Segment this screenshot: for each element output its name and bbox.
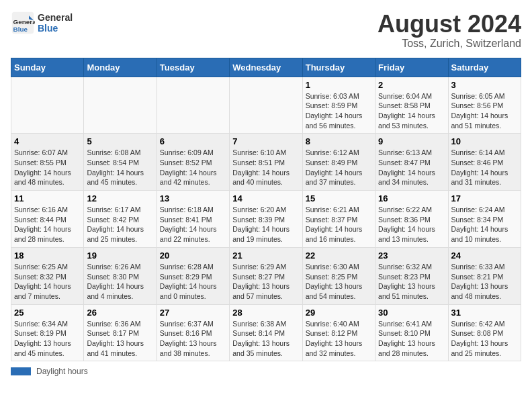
column-header-saturday: Saturday (448, 58, 521, 77)
day-info: Sunrise: 6:22 AM Sunset: 8:36 PM Dayligh… (378, 205, 445, 244)
day-number: 19 (87, 250, 153, 261)
calendar-cell: 24Sunrise: 6:33 AM Sunset: 8:21 PM Dayli… (448, 247, 521, 304)
title-block: August 2024 Toss, Zurich, Switzerland (378, 11, 521, 50)
day-info: Sunrise: 6:33 AM Sunset: 8:21 PM Dayligh… (451, 262, 518, 302)
calendar-cell: 28Sunrise: 6:38 AM Sunset: 8:14 PM Dayli… (230, 304, 302, 361)
calendar-cell: 21Sunrise: 6:29 AM Sunset: 8:27 PM Dayli… (230, 247, 302, 304)
day-info: Sunrise: 6:16 AM Sunset: 8:44 PM Dayligh… (14, 205, 81, 244)
calendar-cell: 10Sunrise: 6:14 AM Sunset: 8:46 PM Dayli… (448, 134, 521, 191)
day-number: 8 (306, 136, 372, 146)
day-info: Sunrise: 6:10 AM Sunset: 8:51 PM Dayligh… (232, 148, 299, 187)
calendar-cell: 8Sunrise: 6:12 AM Sunset: 8:49 PM Daylig… (302, 134, 375, 191)
day-info: Sunrise: 6:21 AM Sunset: 8:37 PM Dayligh… (306, 205, 372, 244)
day-info: Sunrise: 6:13 AM Sunset: 8:47 PM Dayligh… (378, 148, 445, 187)
day-info: Sunrise: 6:41 AM Sunset: 8:10 PM Dayligh… (378, 319, 445, 359)
legend-label: Daylight hours (36, 367, 88, 376)
calendar-table: SundayMondayTuesdayWednesdayThursdayFrid… (11, 58, 521, 362)
day-info: Sunrise: 6:30 AM Sunset: 8:25 PM Dayligh… (306, 262, 372, 302)
day-number: 24 (451, 250, 518, 261)
day-info: Sunrise: 6:20 AM Sunset: 8:39 PM Dayligh… (232, 205, 299, 244)
page-header: General Blue General Blue August 2024 To… (11, 11, 521, 50)
column-header-tuesday: Tuesday (157, 58, 229, 77)
day-number: 28 (232, 308, 299, 318)
calendar-cell (230, 77, 302, 134)
day-number: 7 (232, 136, 299, 146)
calendar-cell: 31Sunrise: 6:42 AM Sunset: 8:08 PM Dayli… (448, 304, 521, 361)
day-info: Sunrise: 6:34 AM Sunset: 8:19 PM Dayligh… (14, 319, 81, 359)
day-number: 18 (14, 250, 81, 261)
day-info: Sunrise: 6:42 AM Sunset: 8:08 PM Dayligh… (451, 319, 518, 359)
calendar-cell: 30Sunrise: 6:41 AM Sunset: 8:10 PM Dayli… (375, 304, 448, 361)
day-number: 21 (232, 250, 299, 261)
logo-general: General (38, 12, 73, 23)
day-number: 23 (378, 250, 445, 261)
day-number: 22 (306, 250, 372, 261)
day-info: Sunrise: 6:24 AM Sunset: 8:34 PM Dayligh… (451, 205, 518, 244)
day-info: Sunrise: 6:17 AM Sunset: 8:42 PM Dayligh… (87, 205, 153, 244)
day-info: Sunrise: 6:25 AM Sunset: 8:32 PM Dayligh… (14, 262, 81, 302)
day-number: 11 (14, 193, 81, 203)
calendar-cell: 1Sunrise: 6:03 AM Sunset: 8:59 PM Daylig… (302, 77, 375, 134)
day-number: 10 (451, 136, 518, 146)
legend-box (11, 367, 31, 375)
calendar-cell: 5Sunrise: 6:08 AM Sunset: 8:54 PM Daylig… (84, 134, 157, 191)
day-info: Sunrise: 6:05 AM Sunset: 8:56 PM Dayligh… (451, 91, 518, 131)
calendar-week-2: 4Sunrise: 6:07 AM Sunset: 8:55 PM Daylig… (11, 134, 521, 191)
column-header-sunday: Sunday (11, 58, 84, 77)
column-header-monday: Monday (84, 58, 157, 77)
day-info: Sunrise: 6:37 AM Sunset: 8:16 PM Dayligh… (160, 319, 226, 359)
calendar-cell: 25Sunrise: 6:34 AM Sunset: 8:19 PM Dayli… (11, 304, 84, 361)
calendar-cell: 13Sunrise: 6:18 AM Sunset: 8:41 PM Dayli… (157, 191, 229, 248)
day-info: Sunrise: 6:07 AM Sunset: 8:55 PM Dayligh… (14, 148, 81, 187)
day-number: 25 (14, 308, 81, 318)
logo: General Blue General Blue (11, 11, 73, 35)
calendar-week-3: 11Sunrise: 6:16 AM Sunset: 8:44 PM Dayli… (11, 191, 521, 248)
day-number: 4 (14, 136, 81, 146)
day-number: 12 (87, 193, 153, 203)
logo-icon: General Blue (11, 11, 35, 35)
day-number: 17 (451, 193, 518, 203)
day-info: Sunrise: 6:32 AM Sunset: 8:23 PM Dayligh… (378, 262, 445, 302)
calendar-cell: 6Sunrise: 6:09 AM Sunset: 8:52 PM Daylig… (157, 134, 229, 191)
calendar-cell: 12Sunrise: 6:17 AM Sunset: 8:42 PM Dayli… (84, 191, 157, 248)
day-number: 2 (378, 80, 445, 90)
day-number: 13 (160, 193, 226, 203)
calendar-cell: 29Sunrise: 6:40 AM Sunset: 8:12 PM Dayli… (302, 304, 375, 361)
sub-title: Toss, Zurich, Switzerland (378, 38, 521, 50)
day-info: Sunrise: 6:12 AM Sunset: 8:49 PM Dayligh… (306, 148, 372, 187)
calendar-cell: 4Sunrise: 6:07 AM Sunset: 8:55 PM Daylig… (11, 134, 84, 191)
main-title: August 2024 (378, 11, 521, 38)
day-number: 15 (306, 193, 372, 203)
calendar-cell: 7Sunrise: 6:10 AM Sunset: 8:51 PM Daylig… (230, 134, 302, 191)
calendar-cell: 22Sunrise: 6:30 AM Sunset: 8:25 PM Dayli… (302, 247, 375, 304)
day-number: 9 (378, 136, 445, 146)
calendar-cell: 18Sunrise: 6:25 AM Sunset: 8:32 PM Dayli… (11, 247, 84, 304)
day-number: 31 (451, 308, 518, 318)
day-number: 26 (87, 308, 153, 318)
calendar-cell: 16Sunrise: 6:22 AM Sunset: 8:36 PM Dayli… (375, 191, 448, 248)
calendar-cell: 3Sunrise: 6:05 AM Sunset: 8:56 PM Daylig… (448, 77, 521, 134)
day-info: Sunrise: 6:09 AM Sunset: 8:52 PM Dayligh… (160, 148, 226, 187)
day-info: Sunrise: 6:26 AM Sunset: 8:30 PM Dayligh… (87, 262, 153, 302)
calendar-week-5: 25Sunrise: 6:34 AM Sunset: 8:19 PM Dayli… (11, 304, 521, 361)
day-number: 3 (451, 80, 518, 90)
calendar-cell: 27Sunrise: 6:37 AM Sunset: 8:16 PM Dayli… (157, 304, 229, 361)
calendar-cell: 2Sunrise: 6:04 AM Sunset: 8:58 PM Daylig… (375, 77, 448, 134)
svg-text:Blue: Blue (13, 26, 28, 33)
column-header-friday: Friday (375, 58, 448, 77)
day-number: 5 (87, 136, 153, 146)
calendar-cell: 20Sunrise: 6:28 AM Sunset: 8:29 PM Dayli… (157, 247, 229, 304)
calendar-cell (84, 77, 157, 134)
day-info: Sunrise: 6:04 AM Sunset: 8:58 PM Dayligh… (378, 91, 445, 131)
day-number: 14 (232, 193, 299, 203)
calendar-cell: 14Sunrise: 6:20 AM Sunset: 8:39 PM Dayli… (230, 191, 302, 248)
column-header-thursday: Thursday (302, 58, 375, 77)
calendar-cell: 17Sunrise: 6:24 AM Sunset: 8:34 PM Dayli… (448, 191, 521, 248)
day-info: Sunrise: 6:08 AM Sunset: 8:54 PM Dayligh… (87, 148, 153, 187)
logo-blue: Blue (38, 23, 73, 34)
day-number: 16 (378, 193, 445, 203)
calendar-cell (157, 77, 229, 134)
calendar-cell: 23Sunrise: 6:32 AM Sunset: 8:23 PM Dayli… (375, 247, 448, 304)
day-number: 29 (306, 308, 372, 318)
calendar-week-1: 1Sunrise: 6:03 AM Sunset: 8:59 PM Daylig… (11, 77, 521, 134)
